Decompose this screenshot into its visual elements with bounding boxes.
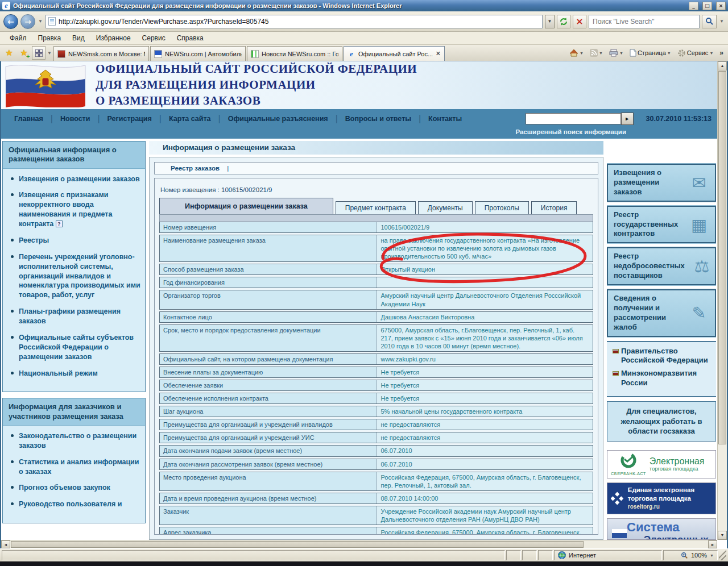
sberbank-ast-banner[interactable]: СБЕРБАНК-АСТ Электронная торговая площад…	[607, 450, 716, 478]
sidebar-item-0-6[interactable]: Национальный режим	[11, 369, 140, 378]
nav-item-1[interactable]: Новости	[53, 115, 97, 123]
zoom-magnifier-icon	[681, 552, 688, 559]
site-search-button[interactable]: ►	[621, 113, 634, 125]
scroll-up-icon[interactable]: ▲	[718, 61, 727, 70]
sidebar-item-label: Реестры	[19, 236, 49, 245]
menu-item-3[interactable]: Избранное	[91, 33, 136, 43]
stop-button[interactable]: ×	[573, 15, 586, 28]
sidebar-item-1-0[interactable]: Законодательство о размещении заказов	[11, 431, 140, 451]
status-segment-1	[506, 550, 521, 560]
content-tab-1[interactable]: Предмет контракта	[336, 201, 416, 214]
home-dropdown-icon[interactable]: ▼	[580, 51, 584, 55]
browser-tab-1[interactable]: NEWSru.com | Автомобиль...	[150, 46, 246, 61]
close-button[interactable]: ×	[716, 2, 726, 10]
address-bar: ← → ▼ ▼ × ▼	[0, 11, 728, 32]
vertical-scrollbar[interactable]: ▲ ▼	[717, 61, 727, 540]
gov-link-1[interactable]: Минэкономразвития России	[613, 369, 710, 388]
back-button[interactable]: ←	[3, 14, 18, 29]
add-favorite-button[interactable]: ★+	[17, 46, 31, 60]
page-menu-button[interactable]: Страница ▼	[627, 48, 673, 58]
sidebar-item-1-1[interactable]: Статистика и анализ информации о заказах	[11, 457, 140, 477]
sidebar-item-0-3[interactable]: Перечень учреждений уголовно-исполнитель…	[11, 252, 140, 300]
content-tab-3[interactable]: Протоколы	[475, 201, 529, 214]
table-row: Преимущества для организаций и учреждени…	[159, 419, 593, 430]
feeds-dropdown-icon[interactable]: ▼	[599, 51, 603, 55]
zoom-dropdown-icon[interactable]: ▼	[710, 553, 714, 557]
right-card-1[interactable]: Реестр государственных контрактов▦	[607, 206, 716, 244]
row-value: 675000, Амурская область, г.Благовещенск…	[377, 325, 593, 351]
row-value: 06.07.2010	[377, 446, 593, 456]
sidebar-item-1-2[interactable]: Прогноз объемов закупок	[11, 483, 140, 493]
quick-tabs-button[interactable]	[32, 46, 46, 60]
menu-item-4[interactable]: Сервис	[137, 33, 171, 43]
horizontal-scroll-thumb[interactable]	[11, 541, 584, 548]
feeds-button[interactable]: ▼	[588, 48, 605, 58]
print-button[interactable]: ▼	[607, 48, 626, 58]
resize-grip[interactable]	[719, 550, 726, 560]
nav-item-5[interactable]: Вопросы и ответы	[338, 115, 419, 123]
sidebar-item-0-1[interactable]: Извещения с признаками некорректного вво…	[11, 190, 140, 229]
right-card-0[interactable]: Извещения о размещении заказов✉	[607, 164, 716, 202]
scroll-left-icon[interactable]: ◄	[1, 540, 10, 548]
search-go-button[interactable]	[702, 15, 717, 28]
tab-list-dropdown-icon[interactable]: ▼	[47, 46, 52, 61]
zoom-segment[interactable]: 100% ▼	[663, 550, 718, 560]
sidebar-item-0-5[interactable]: Официальные сайты субъектов Российской Ф…	[11, 333, 140, 362]
maximize-button[interactable]: □	[702, 2, 712, 10]
window-title: Официальный сайт Российской Федерации дл…	[13, 2, 685, 9]
content-tab-0[interactable]: Информация о размещении заказа	[159, 198, 333, 214]
nav-item-6[interactable]: Контакты	[421, 115, 469, 123]
minimize-button[interactable]: _	[689, 2, 698, 10]
nav-item-2[interactable]: Регистрация	[100, 115, 159, 123]
content-tab-4[interactable]: История	[531, 201, 577, 214]
tab-close-icon[interactable]: ✕	[436, 51, 441, 57]
sidebar-item-0-4[interactable]: Планы-графики размещения заказов	[11, 307, 140, 326]
menu-item-0[interactable]: Файл	[5, 33, 32, 43]
breadcrumb-link[interactable]: Реестр заказов	[171, 165, 220, 172]
url-dropdown-button[interactable]: ▼	[545, 15, 555, 28]
gov-link-0[interactable]: Правительство Российской Федерации	[613, 347, 710, 366]
favorites-center-button[interactable]: ★	[2, 46, 16, 60]
right-card-2[interactable]: Реестр недобросовестных поставщиков⚖	[607, 247, 716, 285]
site-search-input[interactable]	[526, 113, 621, 124]
right-card-3[interactable]: Сведения о получении и рассмотрении жало…	[607, 289, 716, 337]
vertical-scroll-thumb[interactable]	[718, 71, 726, 444]
live-search-input[interactable]	[593, 18, 696, 26]
browser-tab-3[interactable]: eОфициальный сайт Рос...✕	[344, 46, 445, 61]
menu-item-5[interactable]: Справка	[172, 33, 209, 43]
right-card-label: Реестр недобросовестных поставщиков	[614, 252, 685, 281]
url-input[interactable]	[59, 18, 540, 26]
nav-item-3[interactable]: Карта сайта	[162, 115, 218, 123]
menu-item-2[interactable]: Вид	[67, 33, 90, 43]
toolbar-overflow-icon[interactable]: »	[717, 49, 726, 57]
rss-icon	[590, 49, 598, 57]
menu-item-1[interactable]: Правка	[33, 33, 67, 43]
horizontal-scrollbar[interactable]: ◄ ►	[1, 540, 717, 548]
search-options-dropdown-icon[interactable]: ▼	[719, 19, 725, 24]
sidebar-item-0-2[interactable]: Реестры	[11, 236, 140, 245]
print-dropdown-icon[interactable]: ▼	[619, 51, 623, 55]
refresh-button[interactable]	[557, 15, 570, 28]
sidebar-item-0-0[interactable]: Извещения о размещении заказов	[11, 174, 140, 184]
security-zone-label: Интернет	[569, 552, 596, 559]
history-dropdown-icon[interactable]: ▼	[38, 19, 43, 24]
table-row: Место проведения аукционаРоссийская Феде…	[159, 472, 593, 491]
tools-menu-button[interactable]: Сервис ▼	[675, 48, 716, 59]
specialists-box[interactable]: Для специалистов, желающих работать в об…	[607, 401, 716, 442]
scroll-right-icon[interactable]: ►	[708, 540, 717, 548]
home-button[interactable]: ▼	[567, 48, 586, 58]
sidebar-item-1-3[interactable]: Руководство пользователя и	[11, 500, 140, 509]
content-tab-2[interactable]: Документы	[418, 201, 473, 214]
advanced-search-link[interactable]: Расширенный поиск информации	[515, 128, 626, 139]
nav-item-4[interactable]: Официальные разъяснения	[221, 115, 336, 123]
browser-tab-2[interactable]: Новости NEWSru.com :: Гос...	[247, 46, 342, 61]
browser-tab-0[interactable]: NEWSmsk.com в Москве: М...	[53, 46, 149, 61]
system-etp-banner[interactable]: Система Электронных	[607, 518, 716, 540]
scroll-down-icon[interactable]: ▼	[718, 531, 727, 540]
forward-button[interactable]: →	[20, 14, 35, 29]
row-value: Учреждение Российской академии наук Амур…	[377, 506, 593, 525]
nav-item-0[interactable]: Главная	[7, 115, 51, 123]
help-icon[interactable]: ?	[56, 220, 63, 227]
roseltorg-banner[interactable]: Единая электронная торговая площадка ros…	[607, 482, 716, 514]
left-sidebar: Официальная информация о размещении зака…	[2, 141, 146, 540]
